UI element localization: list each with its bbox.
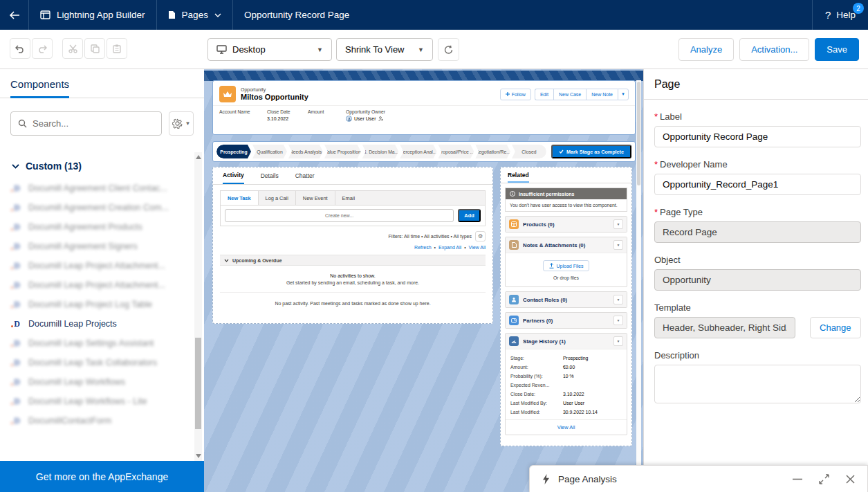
device-selector-dropdown[interactable]: Desktop ▼: [207, 38, 332, 61]
label-input[interactable]: [654, 126, 861, 147]
insufficient-permissions-banner: Insufficient permissions You don't have …: [505, 188, 627, 212]
expand-icon[interactable]: [819, 474, 829, 484]
entity-label: Opportunity: [241, 87, 308, 92]
scroll-down-arrow-icon[interactable]: [196, 454, 201, 458]
mark-stage-complete-button[interactable]: Mark Stage as Complete: [551, 145, 631, 158]
description-textarea[interactable]: [654, 365, 861, 403]
sidebar-scrollbar[interactable]: [194, 152, 202, 461]
path-stage[interactable]: Negotiation/Re...: [475, 145, 510, 158]
component-list-item[interactable]: DDocumill Agreement Creation Com...: [0, 198, 204, 217]
caret-down-icon[interactable]: ▼: [613, 336, 623, 346]
zoom-selector-dropdown[interactable]: Shrink To View ▼: [336, 38, 433, 61]
upcoming-overdue-section[interactable]: Upcoming & Overdue: [220, 255, 486, 266]
save-button[interactable]: Save: [815, 38, 859, 61]
composer-tab-new-task[interactable]: New Task: [221, 191, 259, 205]
activation-button[interactable]: Activation...: [739, 38, 809, 61]
back-button[interactable]: [0, 0, 29, 30]
scroll-up-arrow-icon[interactable]: [196, 155, 201, 159]
search-icon: [18, 119, 27, 128]
tab-activity[interactable]: Activity: [223, 167, 244, 184]
view-all-link[interactable]: View All: [469, 245, 486, 250]
component-settings-dropdown[interactable]: ▼: [169, 111, 194, 136]
component-list-item[interactable]: DDocumill Leap Workflows - Lite: [0, 392, 204, 411]
documill-logo-icon: D: [12, 183, 22, 194]
add-button[interactable]: Add: [458, 209, 481, 222]
owner-link[interactable]: User User: [354, 116, 376, 122]
scrollbar-thumb[interactable]: [195, 338, 201, 429]
component-list-item[interactable]: DDocumill Leap Project Attachment...: [0, 256, 204, 275]
edit-button[interactable]: Edit: [535, 89, 553, 100]
refresh-button[interactable]: [438, 38, 459, 61]
custom-section-header[interactable]: Custom (13): [12, 161, 204, 172]
component-search-input[interactable]: [33, 118, 154, 129]
change-template-button[interactable]: Change: [810, 317, 861, 338]
tab-related[interactable]: Related: [508, 172, 529, 183]
canvas-scrollbar[interactable]: [636, 80, 641, 484]
component-list-item[interactable]: DDocumillContactForm: [0, 411, 204, 430]
path-stage[interactable]: Value Proposition: [324, 145, 361, 158]
upload-files-button[interactable]: Upload Files: [543, 260, 590, 271]
path-stage[interactable]: Perception Anal...: [400, 145, 436, 158]
component-list-item[interactable]: DDocumill Leap Settings Assistant: [0, 334, 204, 353]
field-value: 3.10.2022: [267, 116, 308, 122]
caret-down-icon[interactable]: ▼: [613, 316, 623, 325]
desktop-monitor-icon: [216, 45, 227, 54]
refresh-link[interactable]: Refresh: [414, 245, 432, 250]
help-notification-badge: 2: [853, 3, 864, 14]
component-list-item-documill-leap-projects[interactable]: DDocumill Leap Projects: [0, 314, 204, 334]
new-note-button[interactable]: New Note: [586, 89, 618, 100]
change-owner-icon[interactable]: [378, 116, 383, 122]
new-case-button[interactable]: New Case: [553, 89, 586, 100]
path-stage[interactable]: Needs Analysis: [288, 145, 323, 158]
highlights-panel-component[interactable]: Opportunity Miltos Opportunity Follow Ed…: [212, 80, 636, 135]
caret-down-icon[interactable]: ▼: [613, 240, 623, 250]
drop-files-label: Or drop files: [510, 275, 622, 280]
path-stage[interactable]: Proposal/Price ...: [438, 145, 474, 158]
related-lists-component[interactable]: Related Insufficient permissions You don…: [500, 167, 632, 446]
component-list-item[interactable]: DDocumill Leap Project Attachment...: [0, 275, 204, 295]
component-list-item[interactable]: DDocumill Agreement Signers: [0, 237, 204, 256]
follow-button[interactable]: Follow: [500, 89, 531, 100]
documill-logo-icon: D: [12, 242, 22, 252]
tab-chatter[interactable]: Chatter: [295, 167, 315, 184]
component-list-item[interactable]: DDocumill Leap Project Log Table: [0, 295, 204, 314]
path-stage[interactable]: Qualification: [252, 145, 287, 158]
path-stage-prospecting[interactable]: Prospecting: [216, 145, 251, 158]
paste-button[interactable]: [107, 38, 127, 59]
component-list-item[interactable]: DDocumill Agreement Products: [0, 217, 204, 237]
component-list-item[interactable]: DDocumill Leap Task Collaborators: [0, 353, 204, 372]
last-modified-by-link[interactable]: User User: [563, 401, 584, 406]
minimize-icon[interactable]: [793, 478, 802, 480]
composer-tab-log-a-call[interactable]: Log a Call: [259, 191, 296, 205]
redo-button[interactable]: [32, 38, 53, 59]
analyze-button[interactable]: Analyze: [678, 38, 734, 61]
developer-name-input[interactable]: [654, 174, 861, 195]
path-stage[interactable]: Closed: [512, 145, 546, 158]
component-list-item[interactable]: DDocumill Agreement Client Contac...: [0, 179, 204, 198]
pages-dropdown[interactable]: Pages: [157, 0, 233, 30]
caret-down-icon[interactable]: ▼: [613, 295, 623, 304]
scrollbar-thumb[interactable]: [637, 82, 640, 185]
stage-history-view-all-link[interactable]: View All: [506, 419, 627, 435]
app-builder-tab[interactable]: Lightning App Builder: [29, 0, 157, 30]
more-actions-dropdown[interactable]: ▼: [618, 89, 629, 100]
help-button[interactable]: ? Help 2: [812, 0, 868, 30]
composer-tab-new-event[interactable]: New Event: [296, 191, 335, 205]
activity-filter-gear-icon[interactable]: ⚙: [475, 231, 486, 242]
expand-all-link[interactable]: Expand All: [438, 245, 461, 250]
component-list-item[interactable]: DDocumill Leap Workflows: [0, 372, 204, 392]
redo-icon: [37, 44, 47, 53]
cut-button[interactable]: [62, 38, 83, 59]
caret-down-icon[interactable]: ▼: [613, 219, 623, 229]
copy-button[interactable]: [84, 38, 105, 59]
create-new-input[interactable]: [225, 209, 454, 222]
composer-tab-email[interactable]: Email: [335, 191, 362, 205]
appexchange-button[interactable]: Get more on the AppExchange: [0, 461, 204, 492]
activity-tabs-component[interactable]: Activity Details Chatter New Task Log a …: [212, 167, 493, 324]
path-component[interactable]: Prospecting Qualification Needs Analysis…: [212, 141, 636, 162]
undo-button[interactable]: [10, 38, 30, 59]
page-icon: [168, 10, 176, 19]
path-stage[interactable]: Id. Decision Ma...: [362, 145, 399, 158]
tab-details[interactable]: Details: [261, 167, 279, 184]
close-icon[interactable]: [846, 475, 855, 484]
